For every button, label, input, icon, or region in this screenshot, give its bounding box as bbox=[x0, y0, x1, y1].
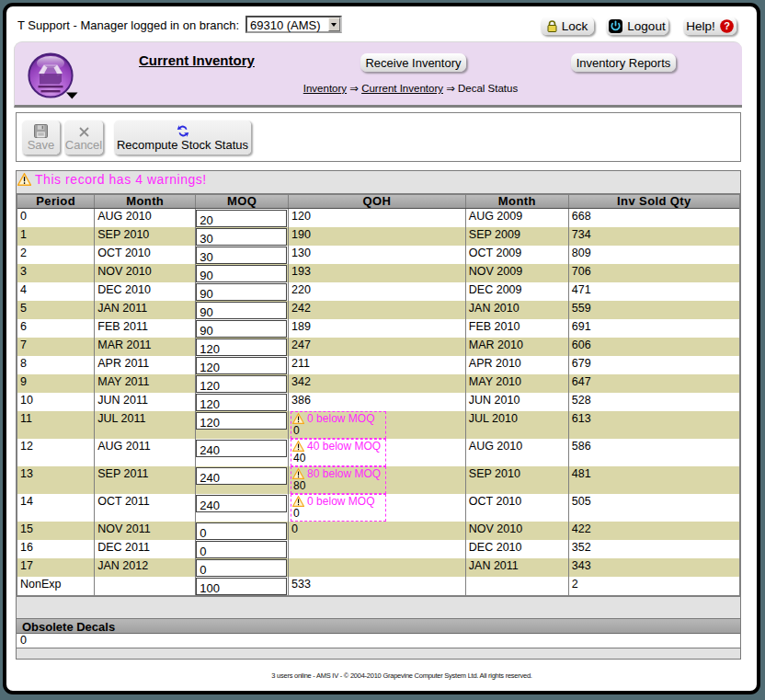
svg-text:?: ? bbox=[724, 20, 730, 31]
